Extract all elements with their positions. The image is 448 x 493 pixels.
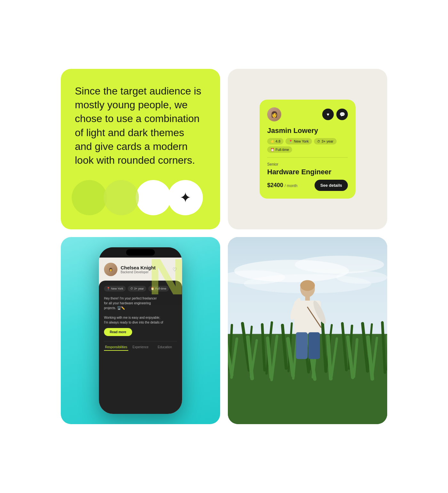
tag-location-label: New York (111, 287, 123, 290)
notch-pill (126, 249, 155, 256)
profile-role: Hardware Engineer (267, 168, 348, 176)
bio-line4: Working with me is easy and enjoyable; (104, 316, 160, 319)
phone-user-info: Chelsea Knight Backend Developer (121, 265, 156, 274)
divider (267, 157, 348, 158)
bio-line2: for all your hardware engineering (104, 301, 151, 305)
rating-tag: ⭐ 4.8 (267, 138, 284, 144)
main-grid: Since the target audience is mostly youn… (48, 56, 400, 437)
circle-2 (104, 180, 139, 215)
bio-line1: Hey there! I'm your perfect freelancer (104, 297, 157, 300)
clock-icon: ⏱ (130, 287, 133, 290)
phone-mockup: N 👩 Chelsea Knight Backend Developer ♡ (99, 247, 182, 414)
phone-user-left: 👩 Chelsea Knight Backend Developer (104, 263, 156, 276)
experience-tag: ⏱ 3+ year (314, 138, 337, 144)
profile-tags: ⭐ 4.8 📍 New York ⏱ 3+ year ⏰ Full-time (267, 138, 348, 153)
phone-heart-icon[interactable]: ♡ (172, 267, 177, 273)
heart-icon: ♥ (327, 112, 329, 117)
circle-star: ✦ (168, 180, 203, 215)
bio-line3: projects. 🖥️✏️ (104, 306, 125, 310)
phone-tag-employment: ⏰ Full-time (148, 286, 169, 292)
rating-value: 4.8 (276, 139, 280, 143)
read-more-button[interactable]: Read more (104, 328, 132, 336)
phone-user-title: Backend Developer (121, 270, 156, 274)
tag-experience-label: 3+ year (134, 287, 144, 290)
card-phone-bg: N 👩 Chelsea Knight Backend Developer ♡ (61, 237, 220, 424)
phone-dark-section: 📍 New York ⏱ 3+ year ⏰ Full-time (99, 281, 182, 414)
card-photo (228, 237, 387, 424)
phone-user-name: Chelsea Knight (121, 265, 156, 270)
profile-level: Senior (267, 162, 348, 167)
phone-avatar: 👩 (104, 263, 117, 276)
salary-period: / month (285, 184, 298, 188)
circle-3 (136, 180, 171, 215)
location-value: New York (294, 139, 308, 143)
location-icon: 📍 (289, 140, 292, 143)
employment-tag: ⏰ Full-time (267, 146, 292, 153)
phone-notch (99, 247, 182, 258)
employment-value: Full-time (276, 148, 289, 152)
heart-button[interactable]: ♥ (322, 109, 334, 120)
phone-tag-location: 📍 New York (104, 286, 126, 292)
tab-experience[interactable]: Experience (128, 345, 153, 351)
circle-1 (72, 180, 107, 215)
salary-amount: $2400 (267, 182, 283, 188)
chat-button[interactable]: 💬 (336, 109, 348, 120)
avatar: 👩 (267, 107, 281, 121)
phone-screen: N 👩 Chelsea Knight Backend Developer ♡ (99, 258, 182, 414)
svg-rect-48 (308, 332, 320, 359)
phone-tags: 📍 New York ⏱ 3+ year ⏰ Full-time (104, 286, 177, 292)
star-icon: ✦ (180, 191, 191, 205)
briefcase-icon: ⏰ (270, 148, 274, 152)
phone-bio: Hey there! I'm your perfect freelancer f… (104, 296, 177, 325)
card-profile-bg: 👩 ♥ 💬 Jasmin Lowery ⭐ 4.8 (228, 69, 387, 229)
experience-value: 3+ year (322, 139, 333, 143)
time-icon: ⏰ (151, 287, 154, 290)
card-text: Since the target audience is mostly youn… (61, 69, 220, 229)
profile-footer: $2400 / month See details (267, 180, 348, 191)
phone-screen-top: N 👩 Chelsea Knight Backend Developer ♡ (99, 258, 182, 276)
tab-responsibilities[interactable]: Responsibilities (104, 345, 128, 351)
star-icon: ⭐ (270, 140, 274, 143)
svg-rect-47 (296, 332, 308, 359)
phone-tabs: Responsibilities Experience Education (104, 341, 177, 351)
tag-employment-label: Full-time (155, 287, 166, 290)
tab-education[interactable]: Education (153, 345, 177, 351)
profile-card: 👩 ♥ 💬 Jasmin Lowery ⭐ 4.8 (260, 100, 356, 198)
phone-avatar-inner: 👩 (104, 263, 117, 276)
chat-icon: 💬 (340, 112, 345, 117)
card-heading: Since the target audience is mostly youn… (75, 84, 203, 167)
circles-row: ✦ (75, 180, 206, 215)
phone-user-row: 👩 Chelsea Knight Backend Developer ♡ (104, 263, 177, 276)
location-tag: 📍 New York (285, 138, 312, 144)
profile-card-header: 👩 ♥ 💬 (267, 107, 348, 121)
avatar-image: 👩 (267, 107, 281, 121)
phone-tag-experience: ⏱ 3+ year (128, 286, 146, 292)
profile-actions: ♥ 💬 (322, 109, 348, 120)
scene-svg (228, 237, 387, 424)
profile-name: Jasmin Lowery (267, 127, 348, 135)
location-icon: 📍 (107, 287, 110, 290)
clock-icon: ⏱ (317, 140, 320, 143)
salary-block: $2400 / month (267, 182, 298, 189)
see-details-button[interactable]: See details (315, 180, 348, 191)
bio-line5: I'm always ready to dive into the detail… (104, 321, 163, 324)
svg-point-42 (300, 280, 315, 291)
